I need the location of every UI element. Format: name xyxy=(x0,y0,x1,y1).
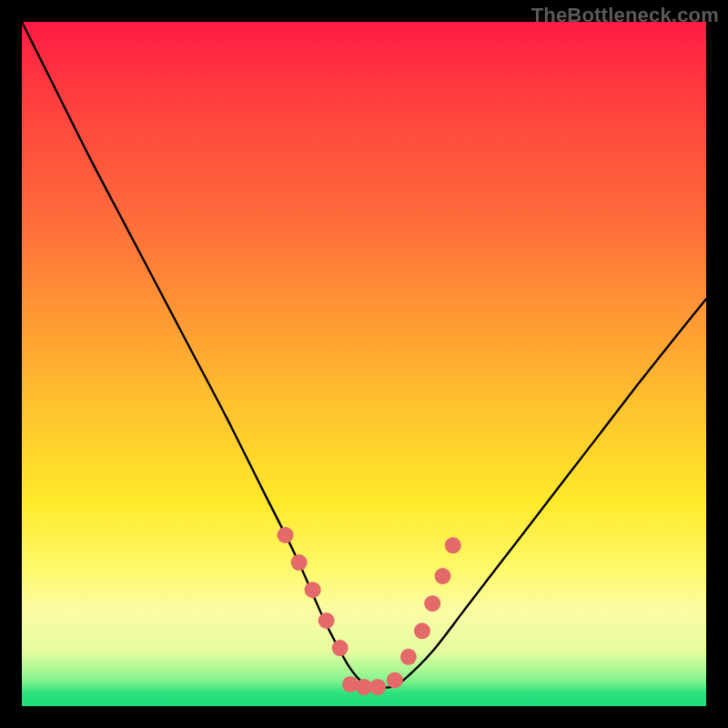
highlight-marker xyxy=(414,622,430,639)
bottleneck-curve xyxy=(22,22,706,688)
highlight-marker xyxy=(424,595,440,612)
chart-svg xyxy=(22,22,706,706)
highlight-marker xyxy=(318,612,335,629)
watermark-text: TheBottleneck.com xyxy=(531,4,719,27)
plot-area xyxy=(22,22,706,706)
highlight-marker xyxy=(434,568,450,584)
highlight-marker xyxy=(387,672,403,688)
highlight-marker xyxy=(278,527,294,543)
highlight-marker xyxy=(332,640,349,656)
highlight-marker xyxy=(400,649,417,665)
highlight-marker xyxy=(305,581,321,598)
highlight-markers xyxy=(278,527,461,695)
highlight-marker xyxy=(445,537,461,553)
highlight-marker xyxy=(369,679,386,695)
highlight-marker xyxy=(291,554,308,571)
highlight-marker xyxy=(342,676,359,693)
chart-frame: TheBottleneck.com xyxy=(0,0,728,728)
